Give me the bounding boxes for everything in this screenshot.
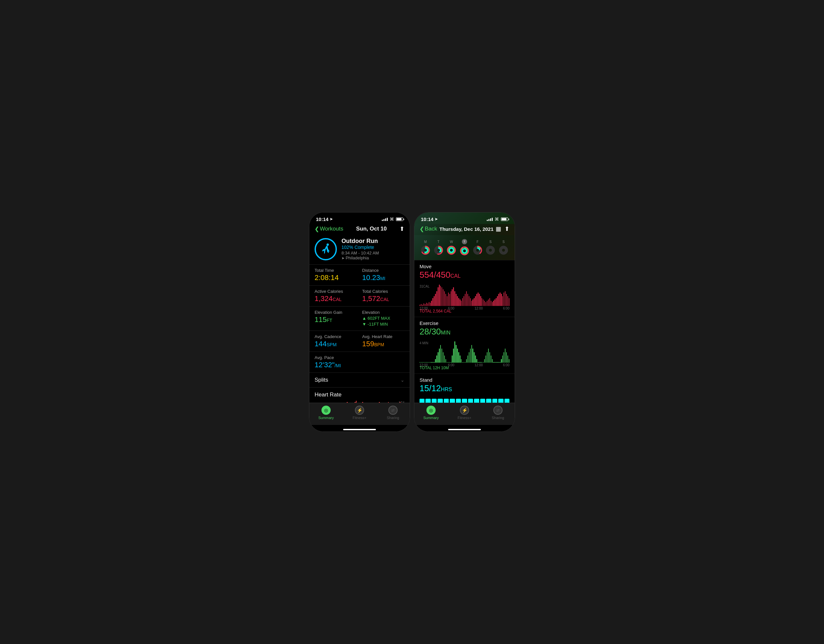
hr-bar-item (362, 402, 363, 403)
stat-label-cadence: Avg. Cadence (315, 334, 357, 339)
location-arrow-right-icon: ➤ (435, 217, 438, 221)
tab-summary-left[interactable]: ◎ Summary (309, 406, 343, 420)
share-button-right[interactable]: ⬆ (504, 225, 509, 233)
right-content[interactable]: Move 554/450CAL 31CAL 12:00 6:00 12:00 6… (414, 260, 515, 403)
move-bar-item (475, 296, 476, 306)
splits-section[interactable]: Splits ⌄ (309, 373, 410, 387)
status-bar-left: 10:14 ➤ ⌘ (309, 213, 410, 224)
stand-bar-item (444, 399, 449, 403)
move-bar-item (465, 294, 466, 306)
exercise-bar-item (440, 345, 441, 363)
share-button-left[interactable]: ⬆ (400, 225, 404, 233)
elevation-min-value: -11FT MIN (367, 322, 388, 327)
move-bar-item (441, 287, 442, 306)
move-bar-item (507, 296, 508, 306)
move-bars (420, 285, 509, 306)
day-f-label: F (477, 240, 478, 244)
ring-f (472, 245, 483, 255)
day-s1-label: S (489, 240, 492, 244)
heart-rate-value: 159 (362, 340, 374, 348)
back-chevron-right-icon: ❮ (420, 225, 424, 233)
move-bar-item (478, 293, 478, 306)
splits-label: Splits (315, 377, 328, 383)
exercise-bar-item (456, 345, 456, 363)
tab-sharing-right[interactable]: ⇄ Sharing (481, 406, 515, 420)
exercise-bar-item (492, 359, 493, 363)
stat-distance: Distance 10.23MI (362, 268, 404, 282)
left-content[interactable]: Outdoor Run 102% Complete 8:34 AM - 10:4… (309, 235, 410, 403)
move-bar-item (505, 291, 506, 306)
hr-bar-item (388, 402, 389, 403)
svg-point-37 (501, 248, 506, 252)
stat-label-total-time: Total Time (315, 268, 357, 273)
stand-bars (420, 396, 509, 403)
nav-right-actions: ▦ ⬆ (496, 225, 509, 233)
location-arrow-icon: ➤ (330, 217, 333, 221)
workout-time-range: 8:34 AM - 10:42 AM (341, 250, 379, 255)
elevation-min: ▼ -11FT MIN (362, 321, 404, 327)
avg-pace-value: 12'32" (315, 361, 335, 369)
exercise-bar-item (501, 359, 501, 363)
exercise-current: 28 (420, 327, 429, 336)
move-bar-item (488, 299, 489, 306)
cadence-unit: SPM (327, 342, 337, 347)
move-bar-item (420, 305, 420, 306)
tab-summary-right[interactable]: ◎ Summary (414, 406, 448, 420)
day-col-t2: T (458, 239, 470, 256)
status-icons-right: ⌘ (487, 217, 508, 222)
stats-section-2: Active Calories 1,324CAL Total Calories … (309, 285, 410, 306)
location-pin-icon: ➤ (341, 256, 344, 260)
stand-value: 15/12HRS (420, 383, 509, 394)
move-bar-item (439, 285, 440, 306)
exercise-x-12: 12:00 (420, 363, 428, 367)
summary-tab-right-label: Summary (423, 416, 438, 420)
stat-value-elevation-gain: 115FT (315, 316, 357, 324)
tab-sharing-left[interactable]: ⇄ Sharing (376, 406, 410, 420)
ring-m (420, 245, 431, 255)
move-bar-item (449, 294, 450, 306)
stat-cadence: Avg. Cadence 144SPM (315, 334, 357, 348)
back-button-right[interactable]: ❮ Back (420, 225, 437, 233)
move-bar-item (458, 298, 459, 306)
exercise-bar-item (452, 356, 452, 363)
stand-bar-item (492, 399, 497, 403)
back-button-left[interactable]: ❮ Workouts (315, 225, 343, 233)
move-chart: 31CAL 12:00 6:00 12:00 6:00 (420, 285, 509, 308)
move-bar-item (456, 294, 456, 306)
exercise-bar-item (470, 348, 471, 363)
heart-rate-unit: BPM (374, 342, 384, 347)
ring-t1 (434, 245, 444, 255)
back-label-right: Back (425, 225, 437, 232)
move-bar-item (491, 301, 491, 306)
day-col-t1: T (433, 240, 444, 255)
tab-fitness-left[interactable]: ⚡ Fitness+ (343, 406, 376, 420)
exercise-unit: MIN (441, 330, 450, 336)
ring-s2 (498, 245, 509, 255)
move-bar-item (473, 298, 474, 306)
svg-point-1 (327, 244, 329, 245)
ring-w (446, 245, 457, 255)
move-bar-item (469, 296, 469, 306)
move-bar-item (427, 303, 428, 306)
move-bar-item (509, 298, 509, 306)
stand-title: Stand (420, 377, 509, 383)
exercise-value: 28/30MIN (420, 327, 509, 337)
total-time-value: 2:08:14 (315, 273, 338, 282)
stand-bar-item (498, 399, 503, 403)
stand-bar-item (486, 399, 491, 403)
stat-heart-rate: Avg. Heart Rate 159BPM (362, 334, 404, 348)
exercise-bar-item (500, 362, 500, 363)
exercise-bar-item (422, 362, 423, 363)
exercise-bar-item (506, 352, 507, 363)
exercise-title: Exercise (420, 320, 509, 326)
move-bar-item (480, 296, 481, 306)
move-bar-item (500, 293, 500, 306)
exercise-x-axis: 12:00 6:00 12:00 6:00 (420, 363, 509, 367)
move-bar-item (483, 299, 484, 306)
tab-fitness-right[interactable]: ⚡ Fitness+ (448, 406, 481, 420)
exercise-bar-item (476, 359, 477, 363)
exercise-bar-item (494, 362, 495, 363)
stat-elevation-gain: Elevation Gain 115FT (315, 310, 357, 327)
exercise-bar-item (458, 352, 459, 363)
calendar-button[interactable]: ▦ (496, 225, 501, 233)
